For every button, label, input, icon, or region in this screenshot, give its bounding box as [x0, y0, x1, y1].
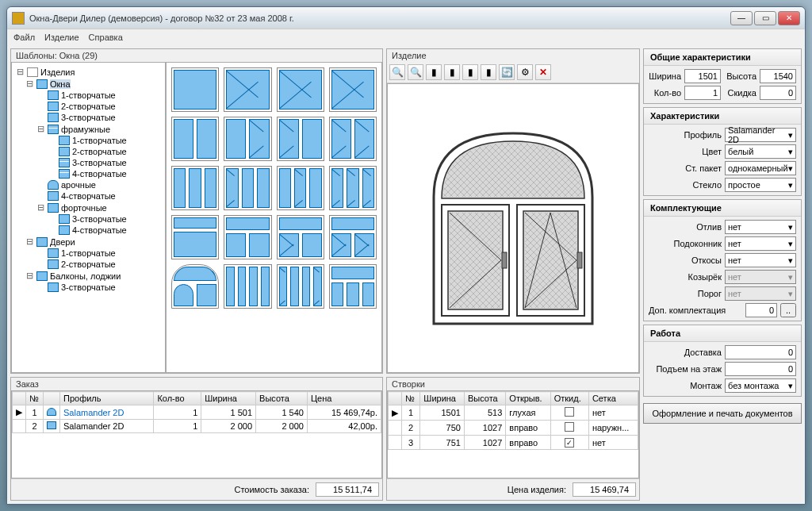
tree-balcony[interactable]: Балконы, лоджии	[50, 271, 121, 281]
tree-item[interactable]: 4-створчатые	[72, 169, 127, 179]
template-thumb[interactable]	[224, 264, 271, 309]
template-thumb[interactable]	[277, 67, 324, 112]
table-row[interactable]: ▶1Salamander 2D11 5011 54015 469,74р.	[13, 405, 381, 420]
template-thumb[interactable]	[329, 117, 377, 161]
menu-file[interactable]: Файл	[13, 33, 35, 42]
tilt-checkbox[interactable]: ✓	[565, 438, 574, 448]
order-total: 15 511,74	[316, 482, 379, 497]
svg-rect-8	[525, 213, 576, 308]
titlebar: Окна-Двери Дилер (демоверсия) - договор …	[7, 7, 805, 29]
template-thumb[interactable]	[224, 215, 271, 259]
glass-select[interactable]: простое▾	[725, 178, 796, 192]
tree-item[interactable]: 2-створчатые	[72, 147, 127, 156]
templates-title: Шаблоны: Окна (29)	[11, 49, 382, 62]
height-input[interactable]	[760, 69, 796, 83]
sill-select[interactable]: нет▾	[725, 220, 796, 234]
delete-icon[interactable]: ✕	[535, 64, 551, 80]
template-thumb[interactable]	[277, 166, 324, 210]
zoom-out-icon[interactable]: 🔍	[408, 64, 423, 80]
tool-icon[interactable]: ▮	[481, 64, 496, 80]
tilt-checkbox[interactable]	[565, 422, 574, 432]
glasspack-select[interactable]: однокамерный▾	[725, 161, 796, 175]
template-thumb[interactable]	[171, 215, 219, 259]
zoom-in-icon[interactable]: 🔍	[389, 64, 405, 80]
width-input[interactable]	[684, 69, 721, 83]
tree-item[interactable]: 3-створчатые	[72, 214, 127, 224]
order-grid[interactable]: № ПрофильКол-во ШиринаВысотаЦена ▶1Salam…	[11, 390, 382, 478]
table-row[interactable]: 2Salamander 2D12 0002 00042,00р.	[13, 420, 381, 433]
table-row[interactable]: ▶11501513глухаянет	[389, 405, 638, 421]
tree-item[interactable]: 4-створчатые	[61, 191, 116, 201]
table-row[interactable]: 27501027вправонаружн...	[389, 421, 638, 436]
template-thumb[interactable]	[171, 166, 219, 210]
template-thumb[interactable]	[277, 117, 324, 161]
order-total-label: Стоимость заказа:	[234, 485, 309, 494]
extra-button[interactable]: ..	[780, 303, 796, 317]
tree-item[interactable]: 1-створчатые	[61, 90, 116, 100]
svg-rect-5	[502, 252, 507, 268]
work-title: Работа	[644, 325, 801, 342]
product-price: 15 469,74	[573, 482, 636, 497]
lift-input[interactable]	[725, 362, 796, 376]
tree-item[interactable]: 3-створчатые	[72, 158, 127, 167]
template-thumb[interactable]	[224, 67, 271, 112]
extra-input[interactable]	[745, 303, 777, 317]
menu-product[interactable]: Изделие	[44, 33, 79, 42]
svg-rect-2	[450, 213, 501, 308]
template-thumb[interactable]	[277, 215, 324, 259]
align-center-icon[interactable]: ▮	[444, 64, 460, 80]
template-thumb[interactable]	[171, 264, 219, 309]
template-thumb[interactable]	[171, 67, 219, 112]
maximize-button[interactable]: ▭	[754, 11, 776, 25]
tree-item[interactable]: 1-створчатые	[61, 248, 116, 258]
product-price-label: Цена изделия:	[508, 485, 566, 494]
tree-windows[interactable]: Окна	[50, 79, 71, 89]
template-thumb[interactable]	[171, 117, 219, 161]
align-left-icon[interactable]: ▮	[426, 64, 442, 80]
minimize-button[interactable]: —	[730, 11, 753, 25]
tree-item[interactable]: 2-створчатые	[61, 259, 116, 269]
template-thumb[interactable]	[329, 215, 377, 259]
tree-item[interactable]: 4-створчатые	[72, 225, 127, 235]
install-select[interactable]: без монтажа▾	[725, 378, 796, 393]
order-title: Заказ	[11, 378, 382, 390]
tree-item[interactable]: арочные	[61, 180, 96, 190]
profile-select[interactable]: Salamander 2D▾	[725, 128, 796, 142]
tree-item[interactable]: фрамужные	[61, 125, 110, 134]
tree-item[interactable]: 3-створчатые	[61, 113, 116, 122]
delivery-input[interactable]	[725, 345, 796, 359]
tilt-checkbox[interactable]	[565, 407, 574, 417]
template-thumb[interactable]	[224, 166, 271, 210]
template-thumb[interactable]	[329, 67, 377, 112]
chars-title: Характеристики	[644, 108, 801, 125]
tree-doors[interactable]: Двери	[50, 237, 75, 247]
tree-item[interactable]: 2-створчатые	[61, 102, 116, 111]
align-right-icon[interactable]: ▮	[462, 64, 478, 80]
table-row[interactable]: 37511027вправо✓нет	[389, 436, 638, 450]
config-icon[interactable]: ⚙	[517, 64, 533, 80]
tree-root[interactable]: Изделия	[40, 67, 75, 77]
qty-input[interactable]	[684, 86, 721, 100]
discount-input[interactable]	[760, 86, 796, 100]
swap-icon[interactable]: 🔄	[499, 64, 515, 80]
tree-item[interactable]: 1-створчатые	[72, 136, 127, 145]
sashes-title: Створки	[387, 378, 639, 390]
product-tree[interactable]: ⊟Изделия ⊟Окна 1-створчатые 2-створчатые…	[11, 62, 166, 373]
menu-help[interactable]: Справка	[89, 33, 123, 42]
tree-item[interactable]: 3-створчатые	[61, 282, 116, 292]
template-thumb[interactable]	[329, 166, 377, 210]
template-thumb[interactable]	[329, 264, 377, 309]
sashes-grid[interactable]: №ШиринаВысотаОткрыв.Откид.Сетка ▶1150151…	[387, 390, 639, 478]
slopes-select[interactable]: нет▾	[725, 253, 796, 267]
app-window: Окна-Двери Дилер (демоверсия) - договор …	[6, 6, 806, 505]
preview-toolbar: 🔍 🔍 ▮ ▮ ▮ ▮ 🔄 ⚙ ✕	[387, 62, 639, 83]
menubar: Файл Изделие Справка	[7, 29, 805, 45]
app-icon	[12, 12, 25, 25]
windowsill-select[interactable]: нет▾	[725, 236, 796, 251]
tree-item[interactable]: форточные	[61, 203, 107, 213]
template-thumb[interactable]	[277, 264, 324, 309]
close-button[interactable]: ✕	[778, 11, 800, 25]
documents-button[interactable]: Оформление и печать документов	[643, 403, 802, 424]
template-thumb[interactable]	[224, 117, 271, 161]
color-select[interactable]: белый▾	[725, 144, 796, 159]
